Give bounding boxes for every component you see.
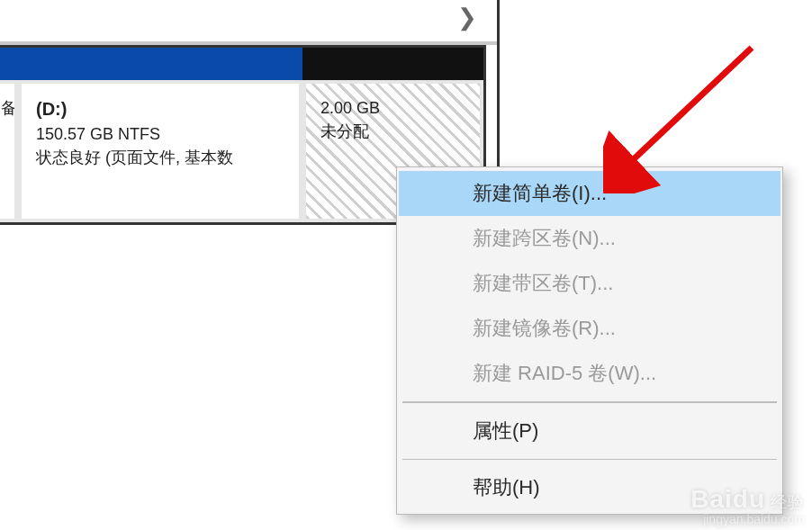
menu-new-striped-volume[interactable]: 新建带区卷(T)... <box>399 261 780 306</box>
watermark-url: jingyan.baidu.com <box>690 512 805 526</box>
watermark-brand: Baidu <box>690 485 765 513</box>
watermark: Baidu经验 jingyan.baidu.com <box>690 485 805 526</box>
menu-separator <box>402 401 777 403</box>
menu-new-spanned-volume[interactable]: 新建跨区卷(N)... <box>399 216 780 261</box>
menu-properties[interactable]: 属性(P) <box>399 409 780 454</box>
chevron-right-icon: ❯ <box>457 4 477 31</box>
volume-body: (D:) 150.57 GB NTFS 状态良好 (页面文件, 基本数 <box>18 80 302 222</box>
volume-header <box>18 48 302 80</box>
volume-size-fs: 150.57 GB NTFS <box>36 122 284 146</box>
svg-line-0 <box>621 48 752 171</box>
menu-separator <box>402 459 777 461</box>
scroll-right-button[interactable]: ❯ <box>452 0 483 34</box>
volume-size: 2.00 GB <box>320 96 465 120</box>
volume-header <box>0 48 18 80</box>
volume-body: 备 <box>0 80 18 222</box>
volume-partial-left[interactable]: 备 <box>0 45 18 225</box>
menu-new-raid5-volume[interactable]: 新建 RAID-5 卷(W)... <box>399 351 780 396</box>
menu-new-mirrored-volume[interactable]: 新建镜像卷(R)... <box>399 306 780 351</box>
context-menu: 新建简单卷(I)... 新建跨区卷(N)... 新建带区卷(T)... 新建镜像… <box>396 166 783 515</box>
volume-label: 未分配 <box>320 120 465 143</box>
volume-drive-letter: (D:) <box>36 96 284 122</box>
volume-status: 状态良好 (页面文件, 基本数 <box>36 146 284 169</box>
menu-new-simple-volume[interactable]: 新建简单卷(I)... <box>399 171 780 216</box>
volume-text-fragment: 备 <box>1 99 17 117</box>
volume-d[interactable]: (D:) 150.57 GB NTFS 状态良好 (页面文件, 基本数 <box>18 45 302 225</box>
watermark-sub: 经验 <box>771 493 805 511</box>
volume-header <box>302 48 483 80</box>
scroll-area: ❯ <box>0 0 497 45</box>
